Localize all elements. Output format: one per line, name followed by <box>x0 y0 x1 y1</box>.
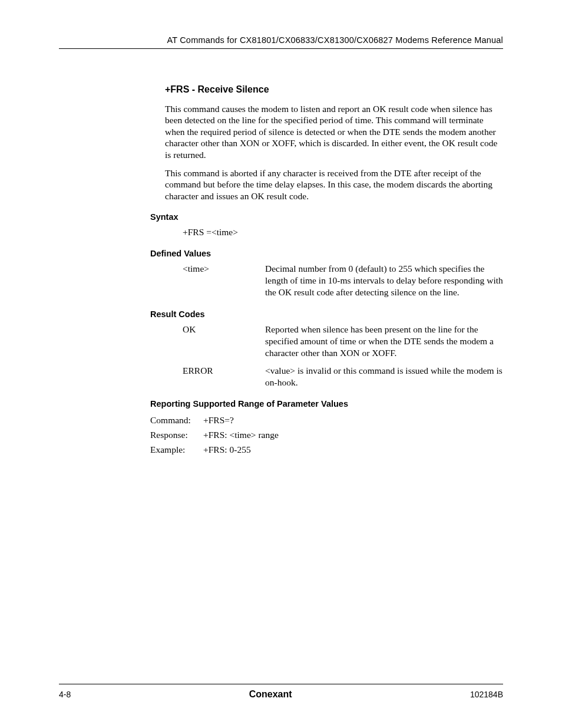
reporting-value: +FRS=? <box>203 413 234 428</box>
result-code-desc: <value> is invalid or this command is is… <box>265 365 503 388</box>
footer-brand: Conexant <box>249 689 292 700</box>
defined-value-term: <time> <box>183 263 265 298</box>
syntax-heading: Syntax <box>150 212 503 222</box>
result-code-term: ERROR <box>183 365 265 388</box>
page-content: +FRS - Receive Silence This command caus… <box>165 84 503 457</box>
reporting-label: Example: <box>150 443 203 457</box>
result-code-row: ERROR <value> is invalid or this command… <box>183 365 503 388</box>
syntax-line: +FRS =<time> <box>183 226 503 238</box>
running-header: AT Commands for CX81801/CX06833/CX81300/… <box>59 35 503 49</box>
body-paragraph: This command causes the modem to listen … <box>165 103 503 160</box>
reporting-row: Response: +FRS: <time> range <box>150 428 503 443</box>
reporting-value: +FRS: <time> range <box>203 428 279 443</box>
footer-page-number: 4-8 <box>59 690 71 699</box>
reporting-label: Response: <box>150 428 203 443</box>
result-code-term: OK <box>183 324 265 359</box>
reporting-heading: Reporting Supported Range of Parameter V… <box>150 399 503 409</box>
footer-doc-id: 102184B <box>470 690 503 699</box>
reporting-row: Command: +FRS=? <box>150 413 503 428</box>
result-code-desc: Reported when silence has been present o… <box>265 324 503 359</box>
reporting-value: +FRS: 0-255 <box>203 443 251 457</box>
reporting-row: Example: +FRS: 0-255 <box>150 443 503 457</box>
defined-values-heading: Defined Values <box>150 249 503 258</box>
result-code-row: OK Reported when silence has been presen… <box>183 324 503 359</box>
defined-value-row: <time> Decimal number from 0 (default) t… <box>183 263 503 298</box>
result-codes-heading: Result Codes <box>150 309 503 319</box>
defined-value-desc: Decimal number from 0 (default) to 255 w… <box>265 263 503 298</box>
reporting-label: Command: <box>150 413 203 428</box>
section-title: +FRS - Receive Silence <box>165 84 503 95</box>
body-paragraph: This command is aborted if any character… <box>165 167 503 202</box>
page-footer: 4-8 Conexant 102184B <box>59 684 503 700</box>
